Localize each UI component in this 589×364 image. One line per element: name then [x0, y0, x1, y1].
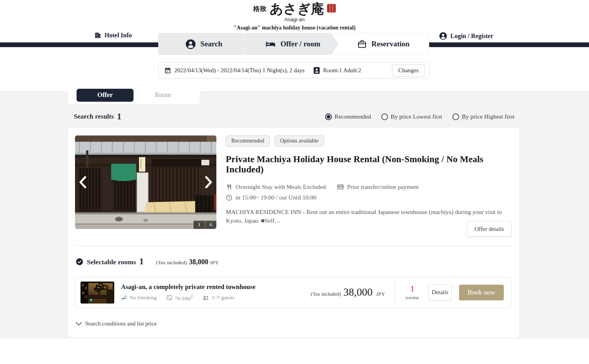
smoking-policy: No Smoking [121, 294, 157, 302]
check-in-out-label: in 15:00~ 19:00 / out Until 10:00 [236, 194, 316, 201]
badge-recommended: Recommended [226, 135, 270, 146]
hanko-seal-icon [327, 4, 336, 13]
guest-card-icon [313, 67, 320, 74]
chevron-down-icon [76, 322, 82, 326]
tax-label: (Tax included) [156, 260, 187, 266]
carousel-current: 1 [194, 221, 205, 229]
credit-card-icon [337, 183, 344, 190]
hotel-info-link[interactable]: Hotel Info [94, 32, 132, 39]
badge-options-available: Options available [274, 135, 324, 146]
radio-icon[interactable] [381, 113, 388, 120]
offer-photo-carousel[interactable]: 1 6 [75, 135, 216, 229]
room-price: (Tax included) 38,000 JPY [311, 286, 385, 298]
logo-prefix: 格致 [253, 4, 267, 16]
room-row: Asagi-an, a completely private rented to… [75, 277, 512, 308]
step-search-label: Search [200, 40, 222, 48]
sort-price-lowest[interactable]: By price Lowest first [381, 113, 442, 120]
date-range: 2022/04/13(Wed) - 2022/04/14(Thu) 1 Nigh… [164, 67, 305, 74]
sort-options: Recommended By price Lowest first By pri… [325, 113, 514, 120]
room-name: Asagi-an, a completely private rented to… [121, 283, 256, 291]
page: 格致 あさぎ庵 Asagi-an "Asagi-an" machiya holi… [0, 0, 589, 364]
sort-price-lowest-label: By price Lowest first [391, 113, 442, 120]
changes-button[interactable]: Changes [392, 64, 425, 77]
area-icon [166, 294, 172, 301]
search-conditions-toggle[interactable]: Search conditions and list price [76, 320, 157, 327]
logo-text[interactable]: あさぎ庵 [270, 2, 324, 16]
search-conditions-label: Search conditions and list price [85, 320, 157, 327]
sort-recommended-label: Recommended [335, 113, 371, 120]
offer-meta-row-1: Overnight Stay with Meals Excluded Prior… [226, 183, 512, 190]
hotel-info-label: Hotel Info [104, 32, 132, 39]
utensils-icon [226, 184, 232, 190]
offer-title: Private Machiya Holiday House Rental (No… [226, 154, 512, 175]
carousel-prev-button[interactable] [78, 175, 88, 189]
room-guests: 1~7 guests [202, 294, 234, 302]
room-interior-photo [80, 282, 114, 304]
carousel-next-button[interactable] [204, 175, 213, 189]
divider [75, 245, 512, 246]
occupancy-text: Room:1 Adult:2 [323, 67, 361, 74]
results-header: Search results 1 Recommended By price Lo… [74, 110, 514, 123]
person-circle-icon [185, 39, 196, 49]
result-type-tabs: Offer Room [68, 86, 199, 104]
meal-plan: Overnight Stay with Meals Excluded [226, 183, 326, 190]
selectable-rooms-title: Selectable rooms [87, 258, 136, 266]
step-search[interactable]: Search [158, 33, 249, 55]
radio-icon[interactable] [452, 113, 459, 120]
guests-icon [202, 295, 209, 301]
room-details-button[interactable]: Details [428, 284, 452, 301]
tab-offer[interactable]: Offer [77, 89, 134, 102]
check-circle-icon [76, 258, 83, 265]
rooms-quantity-value: 1 [404, 284, 421, 293]
step-offer-room-label: Offer / room [280, 40, 320, 48]
offer-content: Recommended Options available Private Ma… [226, 135, 512, 225]
carousel-total: 6 [205, 221, 217, 229]
sort-price-highest[interactable]: By price Highest first [452, 113, 514, 120]
building-icon [94, 32, 101, 39]
divider [395, 280, 395, 305]
radio-icon[interactable] [325, 113, 332, 120]
price-value: 38,000 [189, 258, 209, 266]
tab-room[interactable]: Room [134, 89, 192, 102]
sort-recommended[interactable]: Recommended [325, 113, 371, 120]
no-smoking-icon [121, 294, 127, 301]
step-offer-room[interactable]: Offer / room [243, 33, 338, 55]
offer-details-button[interactable]: Offer details [467, 221, 512, 237]
machiya-facade-photo [75, 135, 216, 229]
selectable-rooms-header: Selectable rooms 1 (Tax included) 38,000… [76, 256, 219, 267]
login-register-label: Login / Register [450, 33, 493, 40]
brand-tagline: "Asagi-an" machiya holiday house (vacati… [0, 25, 589, 31]
date-range-text: 2022/04/13(Wed) - 2022/04/14(Thu) 1 Nigh… [174, 67, 305, 74]
room-info: Asagi-an, a completely private rented to… [121, 283, 256, 302]
booking-stepper: Search Offer / room Reservation [158, 33, 429, 55]
offer-card: 1 6 Recommended Options available Privat… [68, 128, 519, 338]
price-value: 38,000 [344, 286, 373, 298]
room-thumbnail[interactable] [80, 282, 114, 304]
smoking-policy-label: No Smoking [130, 294, 157, 301]
offer-badges: Recommended Options available [226, 135, 512, 146]
results-title: Search results [74, 113, 114, 121]
currency-label: JPY [376, 291, 385, 297]
currency-label: JPY [210, 260, 219, 266]
briefcase-icon [357, 39, 367, 49]
rooms-quantity-select[interactable]: 1 rooms [404, 284, 421, 300]
room-meta: No Smoking 79.34m2 1~7 guests [121, 294, 256, 302]
meal-plan-label: Overnight Stay with Meals Excluded [236, 183, 326, 190]
payment-method: Prior transfer/online payment [337, 183, 419, 190]
carousel-counter: 1 6 [194, 221, 216, 229]
step-reservation[interactable]: Reservation [332, 33, 429, 55]
room-area-label: 79.34m2 [175, 294, 193, 302]
book-now-button[interactable]: Book now [459, 285, 504, 300]
occupancy: Room:1 Adult:2 [313, 67, 361, 74]
login-register-link[interactable]: Login / Register [439, 32, 493, 40]
room-area: 79.34m2 [166, 294, 193, 302]
sort-price-highest-label: By price Highest first [462, 113, 514, 120]
brand-header: 格致 あさぎ庵 Asagi-an "Asagi-an" machiya holi… [0, 2, 589, 31]
rooms-quantity-label: rooms [404, 294, 421, 301]
check-in-out: in 15:00~ 19:00 / out Until 10:00 [226, 194, 316, 201]
step-reservation-label: Reservation [371, 40, 410, 48]
payment-method-label: Prior transfer/online payment [347, 183, 419, 190]
clock-icon [226, 194, 232, 201]
calendar-icon [164, 67, 171, 74]
offer-meta-row-2: in 15:00~ 19:00 / out Until 10:00 [226, 194, 512, 201]
